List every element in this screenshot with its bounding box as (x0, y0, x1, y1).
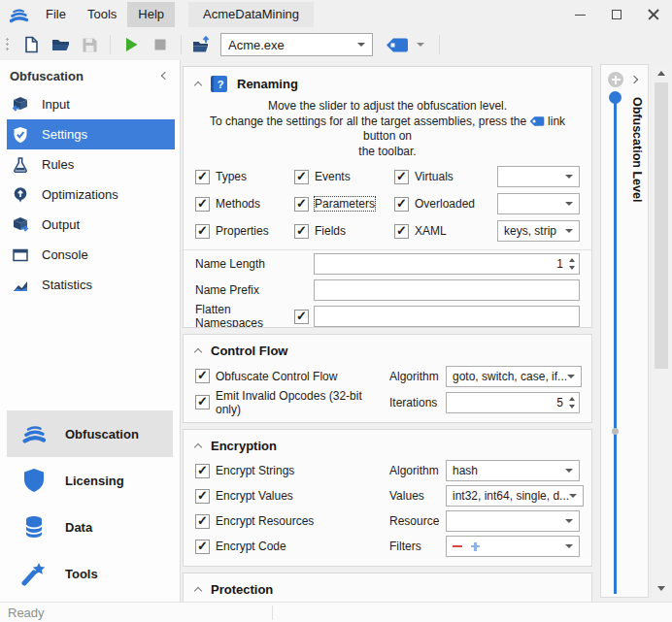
titlebar: File Tools Help AcmeDataMining (0, 0, 672, 29)
checkbox-label: Fields (315, 224, 346, 238)
minimize-button[interactable] (561, 0, 598, 29)
open-project-button[interactable] (46, 32, 75, 57)
remove-filter-icon[interactable] (453, 545, 462, 547)
link-button[interactable] (383, 32, 412, 57)
checkbox-overloaded[interactable]: Overloaded (394, 194, 497, 214)
sidebar-item-settings[interactable]: Settings (7, 119, 175, 149)
dropdown-value: keys, strip (504, 224, 565, 238)
menu-help[interactable]: Help (127, 2, 175, 27)
checkbox-box (195, 369, 210, 383)
nav-item-tools[interactable]: Tools (7, 550, 173, 597)
overloaded-dropdown[interactable] (497, 193, 580, 214)
obfuscation-level-slider-thumb[interactable] (609, 91, 622, 104)
checkbox-label: Encrypt Resources (216, 514, 314, 528)
sidebar-item-statistics[interactable]: Statistics (0, 270, 175, 300)
checkbox-encrypt-strings[interactable]: Encrypt Strings (195, 461, 389, 481)
link-dropdown-button[interactable] (412, 32, 429, 57)
menu-file[interactable]: File (35, 2, 77, 27)
deploy-button[interactable] (187, 32, 217, 57)
checkbox-methods[interactable]: Methods (195, 194, 294, 214)
target-assembly-select[interactable]: Acme.exe (220, 33, 373, 56)
spinner-buttons[interactable] (569, 397, 575, 409)
control-flow-group-header[interactable]: Control Flow (184, 335, 591, 363)
checkbox-box (195, 395, 210, 409)
sidebar-item-output[interactable]: Output (0, 210, 175, 240)
help-icon[interactable]: ? (211, 76, 227, 92)
nav-item-licensing[interactable]: Licensing (7, 457, 173, 504)
section-divider (184, 249, 591, 250)
checkbox-parameters[interactable]: Parameters (294, 194, 394, 214)
xaml-dropdown[interactable]: keys, strip (497, 220, 580, 242)
collapse-sidebar-button[interactable] (161, 72, 169, 80)
nav-item-data[interactable]: Data (7, 504, 173, 550)
document-tab[interactable]: AcmeDataMining (188, 2, 314, 27)
obfuscation-level-panel: Obfuscation Level (600, 64, 649, 598)
stop-icon (152, 37, 168, 52)
save-icon (82, 37, 98, 53)
sidebar-item-optimizations[interactable]: Optimizations (0, 180, 175, 210)
checkbox-label: Emit Invalid Opcodes (32-bit only) (216, 389, 389, 416)
checkbox-encrypt-code[interactable]: Encrypt Code (195, 537, 389, 557)
obfuscation-level-track[interactable] (614, 96, 617, 594)
name-length-input[interactable]: 1 (314, 253, 580, 275)
add-filter-icon[interactable] (471, 542, 480, 551)
checkbox-label: Encrypt Values (216, 489, 293, 503)
iterations-input[interactable]: 5 (446, 392, 580, 413)
checkbox-obfuscate-control-flow[interactable]: Obfuscate Control Flow (195, 366, 389, 386)
values-dropdown[interactable]: int32, int64, single, d... (446, 485, 584, 507)
section-title: Renaming (237, 77, 298, 91)
checkbox-box (195, 514, 210, 529)
menu-tools[interactable]: Tools (77, 2, 127, 27)
vertical-scrollbar[interactable] (653, 64, 670, 598)
checkbox-virtuals[interactable]: Virtuals (394, 167, 497, 187)
chevron-down-icon (565, 175, 573, 179)
virtuals-dropdown[interactable] (497, 166, 580, 187)
checkbox-events[interactable]: Events (294, 167, 394, 187)
filters-dropdown[interactable] (446, 536, 580, 557)
sidebar-item-rules[interactable]: Rules (0, 149, 175, 180)
protection-group-header[interactable]: Protection (184, 573, 591, 602)
name-prefix-input[interactable] (314, 279, 580, 301)
close-button[interactable] (635, 0, 672, 29)
iterations-label: Iterations (389, 396, 446, 409)
checkbox-types[interactable]: Types (195, 167, 294, 187)
maximize-button[interactable] (598, 0, 635, 29)
checkbox-box (394, 197, 409, 212)
checkbox-encrypt-values[interactable]: Encrypt Values (195, 486, 389, 507)
play-icon (122, 36, 140, 53)
flatten-namespaces-input[interactable] (314, 306, 580, 327)
nav-item-obfuscation[interactable]: Obfuscation (7, 410, 173, 457)
spinner-buttons[interactable] (569, 258, 575, 270)
stop-button[interactable] (146, 32, 175, 57)
sidebar-item-label: Statistics (42, 278, 92, 292)
scrollbar-thumb[interactable] (655, 82, 668, 369)
statistics-chart-icon (12, 277, 29, 294)
scroll-down-icon[interactable] (657, 586, 665, 591)
chevron-right-icon[interactable] (630, 76, 638, 83)
sidebar-item-input[interactable]: Input (0, 89, 175, 119)
add-level-icon[interactable] (608, 72, 623, 87)
run-button[interactable] (117, 32, 146, 57)
toolbar-grip-handle[interactable] (6, 37, 9, 52)
checkbox-xaml[interactable]: XAML (394, 221, 497, 242)
new-project-button[interactable] (17, 32, 46, 57)
checkbox-properties[interactable]: Properties (195, 221, 294, 242)
checkbox-encrypt-resources[interactable]: Encrypt Resources (195, 511, 389, 532)
sidebar-item-console[interactable]: Console (0, 240, 175, 270)
save-button[interactable] (75, 32, 104, 57)
encrypt-strings-row: Encrypt Strings Algorithm hash (184, 458, 591, 483)
scroll-up-icon[interactable] (657, 71, 665, 76)
sidebar-header-label: Obfuscation (10, 69, 84, 83)
checkbox-emit-invalid-opcodes[interactable]: Emit Invalid Opcodes (32-bit only) (195, 392, 389, 412)
renaming-group-header[interactable]: ? Renaming (184, 67, 591, 97)
flatten-namespaces-checkbox[interactable] (294, 310, 309, 324)
emit-invalid-opcodes-row: Emit Invalid Opcodes (32-bit only) Itera… (184, 389, 591, 415)
checkbox-fields[interactable]: Fields (294, 221, 394, 242)
encryption-group: Encryption Encrypt Strings Algorithm has… (183, 429, 592, 567)
resource-dropdown[interactable] (446, 510, 580, 532)
encryption-group-header[interactable]: Encryption (184, 430, 591, 458)
string-algorithm-dropdown[interactable]: hash (446, 460, 580, 481)
optimization-pin-icon (12, 186, 29, 204)
toolbar-separator (110, 35, 111, 54)
control-flow-algorithm-dropdown[interactable]: goto, switch, case, if... (446, 366, 582, 387)
